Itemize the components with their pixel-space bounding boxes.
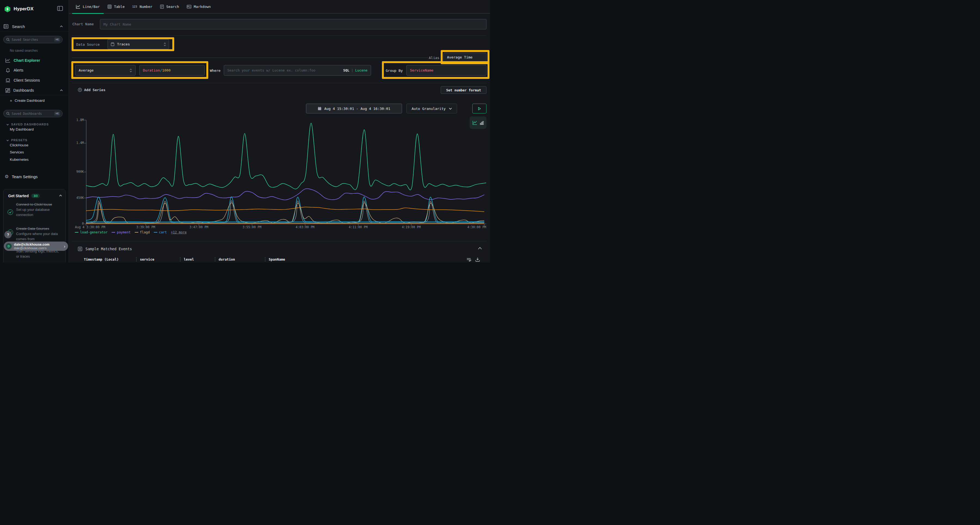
- help-button[interactable]: ?: [4, 231, 12, 238]
- search-section-icon: [3, 24, 8, 29]
- sidebar-dashboard-item[interactable]: Kubernetes: [10, 157, 29, 162]
- x-tick-label: 4:11:00 PM: [349, 225, 368, 229]
- saved-dashboards-input[interactable]: [12, 112, 54, 116]
- chevron-up-icon[interactable]: [60, 89, 63, 92]
- collapse-sidebar-icon[interactable]: [57, 6, 63, 11]
- select-chevrons-icon: [164, 43, 166, 46]
- saved-dashboards-shortcut: ⌘K: [54, 111, 60, 116]
- user-subtext: dale@clickhouse.com's: [14, 246, 64, 250]
- chevron-up-icon[interactable]: [60, 25, 63, 28]
- tab-line-bar[interactable]: Line/Bar: [72, 0, 104, 13]
- column-header[interactable]: duration: [219, 257, 235, 262]
- set-number-format-button[interactable]: Set number format: [441, 86, 487, 94]
- collapse-section-icon[interactable]: [478, 247, 482, 249]
- language-toggle-sql[interactable]: SQL: [343, 68, 350, 72]
- laptop-icon: [5, 78, 10, 82]
- y-tick-label: 0: [82, 222, 84, 225]
- tab-number[interactable]: 123 Number: [129, 0, 156, 13]
- create-dashboard-label: Create Dashboard: [15, 98, 45, 103]
- data-source-select[interactable]: Traces: [108, 39, 169, 49]
- dashboard-group-header[interactable]: PRESETS: [7, 138, 27, 142]
- y-tick-label: 1.4M: [76, 141, 84, 145]
- sidebar-item-alerts[interactable]: Alerts: [6, 67, 24, 73]
- tab-table[interactable]: Table: [104, 0, 129, 13]
- help-label: ?: [7, 233, 9, 237]
- get-started-item[interactable]: Connect to ClickHouse Set up your databa…: [16, 202, 60, 217]
- sidebar-item-client-sessions[interactable]: Client Sessions: [5, 77, 40, 83]
- saved-searches-search[interactable]: ⌘K: [3, 36, 63, 43]
- sidebar-item-label: Client Sessions: [14, 78, 40, 82]
- search-doc-icon: [160, 5, 164, 9]
- where-search-field[interactable]: SQL | Lucene: [224, 65, 371, 76]
- column-header[interactable]: service: [140, 257, 154, 262]
- legend-item[interactable]: cart: [154, 230, 167, 234]
- column-header[interactable]: SpanName: [269, 257, 285, 262]
- y-tick-label: 450K: [76, 196, 84, 200]
- sidebar-dashboard-item[interactable]: My Dashboard: [10, 127, 34, 132]
- chevron-down-icon: [6, 123, 9, 125]
- tab-search[interactable]: Search: [156, 0, 183, 13]
- sidebar-dashboard-item[interactable]: Services: [10, 150, 24, 154]
- legend-item[interactable]: payment: [111, 230, 130, 234]
- sidebar-item-chart-explorer[interactable]: Chart Explorer: [5, 57, 40, 63]
- alias-field[interactable]: [444, 53, 487, 62]
- sidebar-item-label: Dashboards: [13, 88, 34, 92]
- download-icon[interactable]: [475, 257, 480, 262]
- tab-markdown[interactable]: Markdown: [183, 0, 215, 13]
- tab-bar: Line/Bar Table 123 Number Search Markdow…: [69, 0, 490, 14]
- get-started-item[interactable]: Create Data Sources Configure where your…: [16, 226, 62, 241]
- select-chevrons-icon: [130, 68, 132, 72]
- aggregation-select[interactable]: Average: [75, 65, 135, 76]
- sidebar-dashboard-item[interactable]: ClickHouse: [10, 143, 28, 148]
- wrap-lines-icon[interactable]: [466, 258, 471, 262]
- sample-events-header[interactable]: Sample Matched Events: [78, 246, 132, 252]
- avatar: D: [6, 243, 12, 249]
- legend-swatch: [111, 232, 115, 233]
- saved-searches-input[interactable]: [12, 38, 54, 41]
- sidebar-section-search[interactable]: Search: [3, 24, 25, 29]
- user-menu[interactable]: D dale@clickhouse.com dale@clickhouse.co…: [4, 241, 68, 251]
- search-icon: [6, 112, 10, 115]
- group-header-label: SAVED DASHBOARDS: [11, 123, 49, 126]
- check-circle-icon: [8, 209, 13, 215]
- legend-swatch: [135, 232, 138, 233]
- chart-area[interactable]: Aug 4 3:30:00 PM3:39:00 PM3:47:00 PM3:55…: [86, 120, 486, 225]
- data-source-label: Data Source: [76, 43, 100, 46]
- add-series-button[interactable]: Add Series: [78, 87, 105, 93]
- legend-item[interactable]: flagd: [135, 230, 150, 234]
- dashboard-group-header[interactable]: SAVED DASHBOARDS: [7, 122, 49, 127]
- field-expression-input[interactable]: Duration/1000: [139, 65, 205, 76]
- x-tick-label: 3:39:00 PM: [136, 225, 155, 229]
- group-header-label: PRESETS: [11, 138, 27, 142]
- chart-series-grey-spikes: [86, 200, 484, 223]
- saved-dashboards-search[interactable]: ⌘K: [3, 110, 63, 117]
- where-search-input[interactable]: [224, 68, 343, 72]
- line-chart-icon: [76, 5, 80, 9]
- legend-label: flagd: [140, 230, 150, 234]
- chevron-up-icon[interactable]: [59, 195, 62, 197]
- sidebar-item-label: Chart Explorer: [14, 58, 40, 63]
- column-header[interactable]: Timestamp (Local): [84, 257, 119, 262]
- chart-name-input[interactable]: [100, 22, 486, 26]
- legend-item[interactable]: load-generator: [75, 230, 108, 234]
- get-started-badge: 3/3: [31, 194, 40, 198]
- sidebar-item-dashboards[interactable]: Dashboards: [5, 87, 34, 93]
- chart-name-field[interactable]: [100, 19, 487, 29]
- sidebar-item-team-settings[interactable]: ⚙ Team Settings: [5, 174, 38, 179]
- column-header[interactable]: level: [184, 257, 194, 262]
- create-dashboard-button[interactable]: + Create Dashboard: [10, 98, 45, 103]
- where-label: Where: [210, 68, 221, 73]
- expression-field: Duration: [143, 68, 160, 72]
- chart-series-orange: [86, 207, 484, 212]
- dashboard-item-label: Services: [10, 150, 24, 154]
- chart-series-load-generator: [86, 123, 486, 190]
- alias-input[interactable]: [444, 55, 486, 59]
- granularity-select[interactable]: Auto Granularity: [406, 104, 457, 113]
- legend-more-link[interactable]: +12 more: [171, 230, 187, 234]
- number-123-icon: 123: [132, 5, 137, 8]
- language-toggle-lucene[interactable]: Lucene: [355, 68, 368, 72]
- run-query-button[interactable]: [472, 104, 487, 113]
- date-range-picker[interactable]: Aug 4 15:30:01 - Aug 4 16:30:01: [306, 104, 402, 113]
- chart-series-flagd: [86, 203, 484, 224]
- group-by-input[interactable]: ServiceName: [406, 65, 487, 76]
